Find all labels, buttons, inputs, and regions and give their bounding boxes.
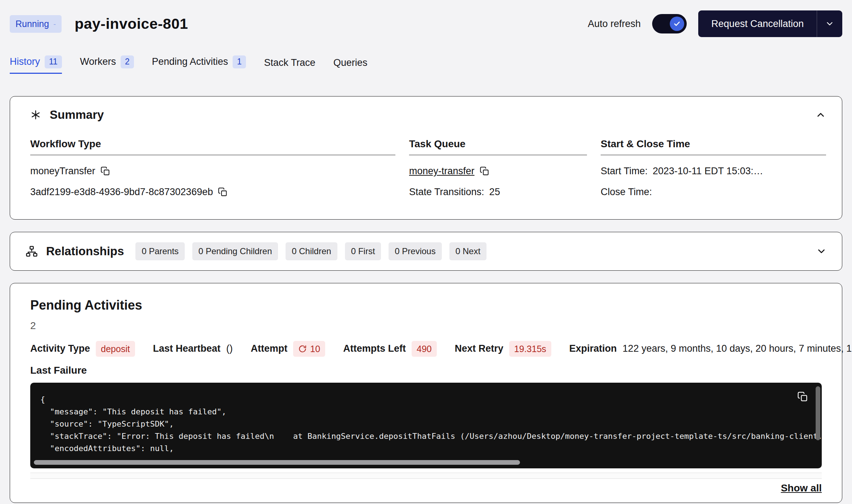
- auto-refresh-toggle[interactable]: [652, 14, 687, 33]
- attempts-left-value: 490: [412, 341, 437, 357]
- cancel-menu-toggle[interactable]: [817, 10, 842, 37]
- code-line: "stackTrace": "Error: This deposit has f…: [40, 430, 797, 442]
- start-close-time-heading: Start & Close Time: [601, 138, 826, 155]
- toggle-knob: [670, 17, 684, 31]
- copy-icon[interactable]: [218, 187, 228, 197]
- chevron-down-icon: [825, 19, 834, 28]
- tab-workers[interactable]: Workers 2: [80, 55, 134, 74]
- expiration-field: Expiration 122 years, 9 months, 10 days,…: [569, 343, 852, 354]
- attempt-label: Attempt: [251, 343, 287, 354]
- expiration-value: 122 years, 9 months, 10 days, 20 hours, …: [623, 343, 852, 354]
- tab-queries[interactable]: Queries: [333, 57, 368, 74]
- request-cancellation-button[interactable]: Request Cancellation: [698, 10, 842, 37]
- last-heartbeat-label: Last Heartbeat: [153, 343, 221, 354]
- state-transitions-label: State Transitions:: [409, 186, 484, 198]
- last-failure-code-block: { "message": "This deposit has failed", …: [30, 383, 822, 468]
- tab-count-badge: 2: [121, 55, 134, 68]
- start-time-row: Start Time: 2023-10-11 EDT 15:03:…: [601, 165, 826, 178]
- workflow-type-row: moneyTransfer: [30, 165, 395, 178]
- tab-history[interactable]: History 11: [10, 55, 62, 74]
- tab-label: Stack Trace: [264, 57, 315, 68]
- workflow-type-value: moneyTransfer: [30, 166, 95, 177]
- expiration-label: Expiration: [569, 343, 617, 354]
- attempt-value: 10: [310, 343, 320, 354]
- status-tooltip-dash: -: [53, 20, 56, 28]
- collapsed-row-divider: [30, 473, 822, 479]
- relationships-card: Relationships 0 Parents 0 Pending Childr…: [10, 232, 842, 271]
- pending-activities-title: Pending Activities: [30, 298, 822, 313]
- copy-icon[interactable]: [480, 166, 489, 176]
- summary-collapse-button[interactable]: [815, 109, 826, 120]
- relationships-expand-button[interactable]: [816, 246, 827, 257]
- activity-type-label: Activity Type: [30, 343, 90, 354]
- next-badge: 0 Next: [449, 242, 486, 260]
- start-close-time-column: Start & Close Time Start Time: 2023-10-1…: [601, 138, 826, 206]
- summary-columns: Workflow Type moneyTransfer 3adf2199-e3d…: [30, 138, 826, 206]
- top-bar: Running - pay-invoice-801 Auto refresh R…: [10, 10, 842, 37]
- tab-stack-trace[interactable]: Stack Trace: [264, 57, 315, 74]
- close-time-label: Close Time:: [601, 186, 652, 198]
- attempts-left-label: Attempts Left: [343, 343, 406, 354]
- code-line: "message": "This deposit has failed",: [40, 406, 797, 418]
- vertical-scrollbar[interactable]: [816, 386, 820, 440]
- retry-icon: [298, 345, 307, 353]
- request-cancellation-label: Request Cancellation: [698, 10, 817, 37]
- state-transitions-row: State Transitions: 25: [409, 185, 587, 199]
- pending-children-badge: 0 Pending Children: [192, 242, 278, 260]
- next-retry-field: Next Retry 19.315s: [455, 341, 551, 357]
- relationships-title: Relationships: [46, 244, 124, 258]
- show-all-row: Show all: [30, 482, 822, 496]
- first-badge: 0 First: [345, 242, 381, 260]
- top-bar-left: Running - pay-invoice-801: [10, 15, 188, 33]
- workflow-detail-page: Running - pay-invoice-801 Auto refresh R…: [0, 0, 852, 503]
- last-failure-label: Last Failure: [30, 365, 822, 376]
- horizontal-scrollbar[interactable]: [34, 460, 520, 465]
- code-line: "encodedAttributes": null,: [40, 442, 797, 455]
- tab-bar: History 11 Workers 2 Pending Activities …: [10, 55, 842, 74]
- pending-activities-card: Pending Activities 2 Activity Type depos…: [10, 283, 842, 503]
- copy-icon[interactable]: [100, 166, 110, 176]
- last-heartbeat-field: Last Heartbeat (): [153, 343, 233, 354]
- show-all-link[interactable]: Show all: [781, 482, 822, 494]
- next-retry-label: Next Retry: [455, 343, 503, 354]
- copy-icon[interactable]: [797, 391, 808, 402]
- workflow-type-column: Workflow Type moneyTransfer 3adf2199-e3d…: [30, 138, 395, 206]
- task-queue-heading: Task Queue: [409, 138, 587, 155]
- code-line: "source": "TypeScriptSDK",: [40, 418, 797, 430]
- activity-type-field: Activity Type deposit: [30, 341, 135, 357]
- check-icon: [673, 20, 681, 28]
- page-title: pay-invoice-801: [75, 15, 188, 32]
- run-id-row: 3adf2199-e3d8-4936-9bd7-8c87302369eb: [30, 185, 395, 199]
- state-transitions-value: 25: [489, 186, 500, 198]
- tab-label: Workers: [80, 56, 116, 67]
- last-heartbeat-value: (): [226, 343, 233, 354]
- attempt-badge: 10: [293, 341, 325, 357]
- task-queue-column: Task Queue money-transfer State Transiti…: [409, 138, 587, 206]
- sitemap-icon: [25, 245, 38, 258]
- attempts-left-field: Attempts Left 490: [343, 341, 437, 357]
- code-line: {: [40, 393, 797, 406]
- chevron-up-icon: [815, 109, 826, 120]
- asterisk-icon: [30, 109, 41, 120]
- chevron-down-icon: [816, 246, 827, 257]
- next-retry-value: 19.315s: [509, 341, 551, 357]
- relationships-badges: 0 Parents 0 Pending Children 0 Children …: [135, 242, 486, 260]
- attempt-field: Attempt 10: [251, 341, 325, 357]
- top-bar-right: Auto refresh Request Cancellation: [588, 10, 842, 37]
- close-time-row: Close Time:: [601, 185, 826, 199]
- tab-count-badge: 1: [233, 55, 246, 68]
- tab-label: History: [10, 56, 40, 67]
- summary-title: Summary: [50, 108, 104, 122]
- pending-activity-fields: Activity Type deposit Last Heartbeat () …: [30, 340, 822, 357]
- tab-label: Pending Activities: [152, 56, 228, 67]
- previous-badge: 0 Previous: [389, 242, 441, 260]
- tab-pending-activities[interactable]: Pending Activities 1: [152, 55, 246, 74]
- summary-title-row: Summary: [30, 108, 104, 122]
- task-queue-row: money-transfer: [409, 165, 587, 178]
- run-id-value: 3adf2199-e3d8-4936-9bd7-8c87302369eb: [30, 186, 213, 198]
- task-queue-link[interactable]: money-transfer: [409, 166, 475, 177]
- start-time-value: 2023-10-11 EDT 15:03:…: [653, 166, 763, 177]
- tab-label: Queries: [333, 57, 368, 68]
- workflow-type-heading: Workflow Type: [30, 138, 395, 155]
- auto-refresh-label: Auto refresh: [588, 18, 641, 30]
